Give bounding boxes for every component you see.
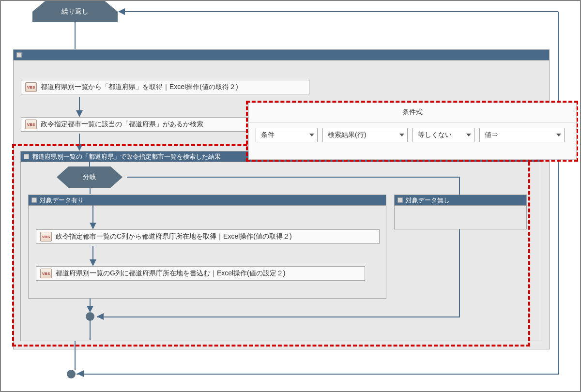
connector	[79, 97, 80, 111]
connector	[97, 317, 460, 317]
step-label: 都道府県別一覧から「都道府県」を取得｜Excel操作(値の取得２)	[41, 83, 238, 91]
combo-value: 値⇒	[485, 131, 498, 139]
arrow-down-icon	[90, 223, 96, 229]
connector	[75, 341, 76, 349]
join-node-icon	[86, 312, 94, 321]
collapse-icon[interactable]	[31, 197, 37, 203]
step-label: 政令指定都市一覧に該当の「都道府県」があるか検索	[41, 120, 203, 129]
combo-value: 等しくない	[418, 131, 452, 139]
combo-value: 検索結果(行)	[328, 131, 366, 139]
arrow-down-icon	[90, 259, 96, 266]
step-get-prefecture[interactable]: 都道府県別一覧から「都道府県」を取得｜Excel操作(値の取得２)	[21, 80, 309, 94]
connector	[90, 320, 91, 340]
branch-header[interactable]: 分岐	[57, 166, 122, 188]
container-title: 都道府県別一覧の「都道府県」で政令指定都市一覧を検索した結果	[32, 152, 221, 161]
loop-header[interactable]: 繰り返し	[32, 1, 118, 22]
step-search-prefecture[interactable]: 政令指定都市一覧に該当の「都道府県」があるか検索	[21, 117, 249, 132]
branch-label: 分岐	[83, 173, 96, 181]
container-header: 対象データ有り	[29, 195, 386, 206]
step-get-capital[interactable]: 政令指定都市一覧のC列から都道府県庁所在地を取得｜Excel操作(値の取得２)	[36, 229, 380, 244]
condition-left-select[interactable]: 検索結果(行)	[322, 128, 408, 142]
arrow-left-icon	[118, 8, 125, 15]
combo-value: 条件	[261, 131, 275, 139]
vbs-icon	[40, 232, 52, 241]
branch-yes-container[interactable]: 対象データ有り	[28, 195, 386, 299]
condition-type-select[interactable]: 条件	[256, 128, 318, 142]
join-node-icon	[67, 370, 76, 378]
container-title: 対象データ無し	[406, 196, 450, 205]
connector	[558, 12, 559, 375]
container-header	[14, 50, 549, 60]
branch-no-container[interactable]: 対象データ無し	[394, 195, 527, 229]
connector	[76, 374, 558, 375]
chevron-down-icon	[399, 134, 404, 136]
arrow-down-icon	[87, 306, 93, 313]
arrow-left-icon	[97, 313, 104, 320]
vbs-icon	[40, 269, 52, 278]
condition-right-select[interactable]: 値⇒	[479, 128, 565, 142]
collapse-icon[interactable]	[398, 197, 403, 203]
condition-popup: 条件式 条件 検索結果(行) 等しくない 値⇒	[248, 103, 577, 160]
connector	[90, 187, 91, 194]
popup-title: 条件式	[249, 103, 576, 120]
loop-label: 繰り返し	[61, 7, 89, 16]
step-label: 都道府県別一覧のG列に都道府県庁所在地を書込む｜Excel操作(値の設定２)	[56, 269, 285, 278]
popup-row: 条件 検索結果(行) 等しくない 値⇒	[249, 122, 576, 147]
chevron-down-icon	[309, 134, 314, 136]
collapse-icon[interactable]	[16, 52, 22, 58]
connector	[75, 349, 76, 370]
condition-operator-select[interactable]: 等しくない	[413, 128, 474, 142]
connector	[92, 246, 93, 260]
connector	[459, 177, 460, 194]
connector	[122, 11, 558, 12]
connector	[92, 205, 93, 225]
vbs-icon	[25, 82, 37, 92]
container-header: 対象データ無し	[395, 195, 526, 206]
chevron-down-icon	[466, 134, 471, 136]
step-label: 政令指定都市一覧のC列から都道府県庁所在地を取得｜Excel操作(値の取得２)	[56, 232, 292, 241]
container-title: 対象データ有り	[40, 196, 84, 205]
flow-canvas: 繰り返し 都道府県別一覧から「都道府県」を取得｜Excel操作(値の取得２) 政…	[0, 0, 581, 392]
connector	[459, 229, 460, 317]
connector	[127, 177, 460, 178]
arrow-down-icon	[76, 110, 83, 117]
chevron-down-icon	[556, 134, 561, 136]
connector	[75, 20, 76, 49]
vbs-icon	[25, 120, 37, 129]
collapse-icon[interactable]	[24, 154, 29, 159]
arrow-left-icon	[77, 370, 84, 377]
step-write-capital[interactable]: 都道府県別一覧のG列に都道府県庁所在地を書込む｜Excel操作(値の設定２)	[36, 266, 365, 281]
arrow-down-icon	[76, 144, 83, 151]
